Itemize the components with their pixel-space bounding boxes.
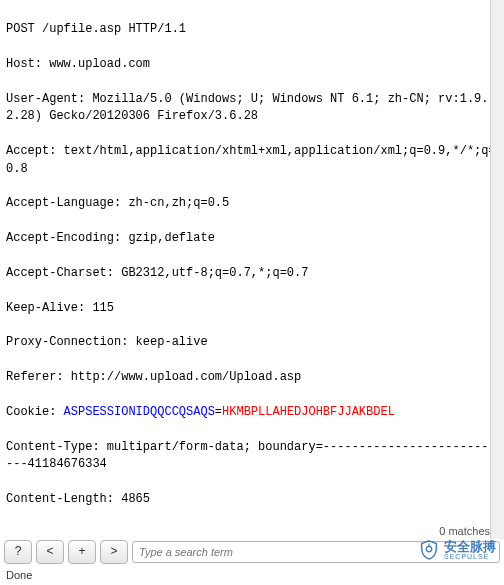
request-method-line: POST /upfile.asp HTTP/1.1	[6, 21, 497, 38]
search-toolbar: ? < + >	[0, 539, 504, 565]
header-keep-alive: Keep-Alive: 115	[6, 300, 497, 317]
add-button[interactable]: +	[68, 540, 96, 564]
header-accept-charset: Accept-Charset: GB2312,utf-8;q=0.7,*;q=0…	[6, 265, 497, 282]
header-user-agent: User-Agent: Mozilla/5.0 (Windows; U; Win…	[6, 91, 497, 126]
nav-forward-button[interactable]: >	[100, 540, 128, 564]
status-bar: Done	[0, 565, 504, 585]
cookie-value: HKMBPLLAHEDJOHBFJJAKBDEL	[222, 405, 395, 419]
header-accept-encoding: Accept-Encoding: gzip,deflate	[6, 230, 497, 247]
nav-back-button[interactable]: <	[36, 540, 64, 564]
help-button[interactable]: ?	[4, 540, 32, 564]
header-proxy-connection: Proxy-Connection: keep-alive	[6, 334, 497, 351]
header-host: Host: www.upload.com	[6, 56, 497, 73]
header-content-length: Content-Length: 4865	[6, 491, 497, 508]
header-referer: Referer: http://www.upload.com/Upload.as…	[6, 369, 497, 386]
header-accept: Accept: text/html,application/xhtml+xml,…	[6, 143, 497, 178]
header-content-type: Content-Type: multipart/form-data; bound…	[6, 439, 497, 474]
vertical-scrollbar[interactable]	[490, 0, 504, 540]
http-raw-content: POST /upfile.asp HTTP/1.1 Host: www.uplo…	[0, 0, 504, 540]
header-cookie: Cookie: ASPSESSIONIDQQCCQSAQS=HKMBPLLAHE…	[6, 404, 497, 421]
cookie-key: ASPSESSIONIDQQCCQSAQS	[64, 405, 215, 419]
status-done: Done	[6, 569, 32, 581]
search-input[interactable]	[132, 541, 500, 563]
match-count: 0 matches	[439, 525, 490, 537]
header-accept-language: Accept-Language: zh-cn,zh;q=0.5	[6, 195, 497, 212]
